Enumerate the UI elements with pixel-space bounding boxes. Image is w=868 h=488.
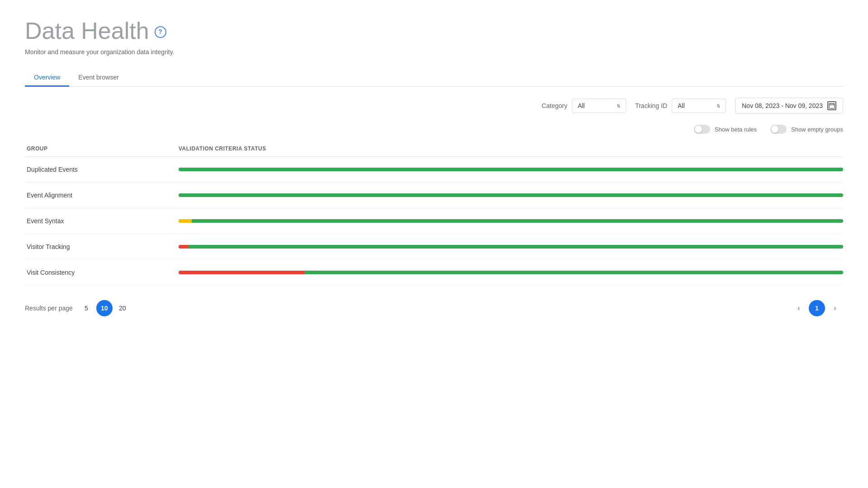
col-header-status: Validation criteria status — [179, 145, 843, 152]
bar-red — [179, 271, 305, 274]
pagination-row: Results per page 51020 ‹ 1 › — [25, 286, 843, 325]
options-row: Show beta rules Show empty groups — [25, 121, 843, 141]
tracking-id-filter-group: Tracking ID All ⇅ — [635, 99, 726, 113]
bar-green — [179, 168, 843, 171]
date-range-button[interactable]: Nov 08, 2023 - Nov 09, 2023 — [735, 98, 843, 114]
row-group-name: Visitor Tracking — [25, 243, 179, 250]
tabs-container: Overview Event browser — [25, 69, 843, 87]
tracking-id-value: All — [678, 102, 685, 109]
category-chevron-icon: ⇅ — [617, 103, 620, 108]
row-group-name: Visit Consistency — [25, 269, 179, 276]
row-bar — [179, 271, 843, 274]
data-table: Group Validation criteria status Duplica… — [25, 141, 843, 286]
tracking-id-label: Tracking ID — [635, 102, 667, 109]
tab-event-browser[interactable]: Event browser — [69, 69, 127, 87]
beta-rules-toggle-group: Show beta rules — [694, 125, 757, 134]
bar-green — [179, 193, 843, 197]
empty-groups-toggle-group: Show empty groups — [770, 125, 843, 134]
bar-red — [179, 245, 189, 249]
results-per-page: Results per page 51020 — [25, 300, 131, 316]
tracking-id-chevron-icon: ⇅ — [717, 103, 720, 108]
beta-rules-label: Show beta rules — [715, 126, 757, 133]
table-body: Duplicated EventsEvent AlignmentEvent Sy… — [25, 157, 843, 286]
tracking-id-select[interactable]: All ⇅ — [672, 99, 726, 113]
bar-green — [305, 271, 843, 274]
table-row[interactable]: Duplicated Events — [25, 157, 843, 183]
table-header: Group Validation criteria status — [25, 141, 843, 157]
row-bar — [179, 245, 843, 249]
bar-yellow — [179, 219, 192, 223]
svg-rect-0 — [829, 103, 835, 108]
page-subtitle: Monitor and measure your organization da… — [25, 48, 843, 56]
table-row[interactable]: Visitor Tracking — [25, 234, 843, 260]
next-page-button[interactable]: › — [827, 300, 843, 316]
row-bar — [179, 168, 843, 171]
filters-row: Category All ⇅ Tracking ID All ⇅ Nov 08,… — [25, 87, 843, 121]
col-header-group: Group — [25, 145, 179, 152]
prev-page-button[interactable]: ‹ — [791, 300, 807, 316]
category-label: Category — [542, 102, 567, 109]
per-page-btn-5[interactable]: 5 — [78, 300, 94, 316]
table-row[interactable]: Visit Consistency — [25, 260, 843, 286]
per-page-btn-20[interactable]: 20 — [114, 300, 131, 316]
category-select[interactable]: All ⇅ — [572, 99, 626, 113]
table-row[interactable]: Event Syntax — [25, 208, 843, 234]
per-page-btn-10[interactable]: 10 — [96, 300, 113, 316]
empty-groups-toggle[interactable] — [770, 125, 787, 134]
row-bar — [179, 193, 843, 197]
per-page-options: 51020 — [78, 300, 131, 316]
date-range-text: Nov 08, 2023 - Nov 09, 2023 — [742, 102, 823, 109]
category-filter-group: Category All ⇅ — [542, 99, 626, 113]
bar-green — [192, 219, 843, 223]
row-group-name: Event Syntax — [25, 217, 179, 225]
results-per-page-label: Results per page — [25, 305, 73, 312]
row-group-name: Duplicated Events — [25, 166, 179, 173]
row-bar — [179, 219, 843, 223]
table-row[interactable]: Event Alignment — [25, 183, 843, 208]
calendar-icon — [827, 101, 836, 110]
tab-overview[interactable]: Overview — [25, 69, 69, 87]
page-1-button[interactable]: 1 — [809, 300, 825, 316]
page-title: Data Health — [25, 18, 149, 44]
beta-rules-toggle[interactable] — [694, 125, 710, 134]
row-group-name: Event Alignment — [25, 192, 179, 199]
page-title-row: Data Health ? — [25, 18, 843, 44]
bar-green — [189, 245, 843, 249]
category-value: All — [578, 102, 585, 109]
page-controls: ‹ 1 › — [791, 300, 843, 316]
empty-groups-label: Show empty groups — [791, 126, 843, 133]
help-icon[interactable]: ? — [155, 26, 166, 38]
